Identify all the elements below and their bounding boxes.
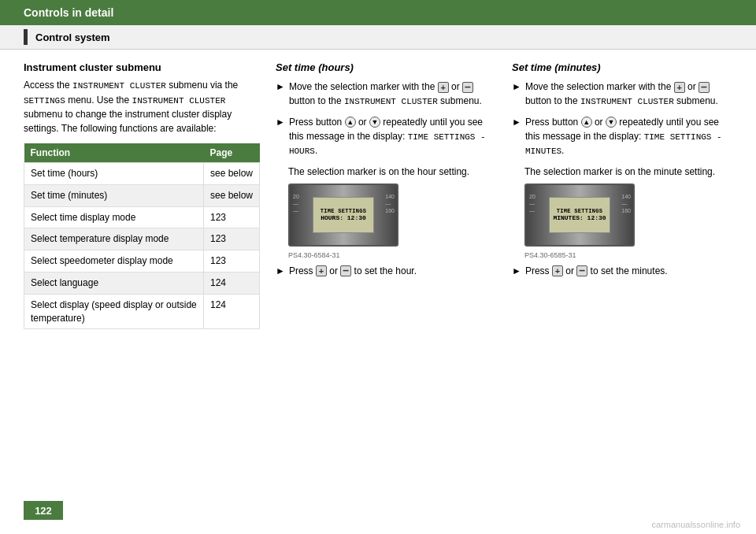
header-title: Controls in detail (24, 6, 113, 19)
far-bullet-arrow-2: ► (512, 115, 521, 158)
mid-bullet1-text: Move the selection marker with the + or … (289, 80, 496, 109)
table-cell-page: 123 (203, 228, 259, 250)
far-plus-icon: + (674, 82, 685, 93)
set-time-hours-heading: Set time (hours) (276, 61, 496, 73)
mid-display-label: TIME SETTINGS (321, 208, 367, 214)
table-row: Select language124 (24, 272, 260, 294)
bullet-arrow-1: ► (276, 80, 285, 109)
far-display: 20—— TIME SETTINGS MINUTES: 12:30 140—16… (524, 184, 635, 247)
far-bullet3-text: Press + or – to set the minutes. (525, 264, 668, 278)
table-row: Select temperature display mode123 (24, 228, 260, 250)
section-heading: Instrument cluster submenu (24, 61, 260, 73)
mid-display-value: HOURS: 12:30 (321, 214, 366, 221)
plus2-icon: + (316, 265, 327, 276)
right-area: Set time (hours) ► Move the selection ma… (276, 61, 732, 329)
bullet-arrow-2: ► (276, 115, 285, 158)
down-arrow-icon: ▼ (369, 117, 380, 128)
table-row: Select display (speed display or outside… (24, 294, 260, 329)
far-down-arrow-icon: ▼ (606, 117, 617, 128)
functions-table: Function Page Set time (hours)see belowS… (24, 143, 260, 329)
table-row: Set time (minutes)see below (24, 184, 260, 206)
header-bar: Controls in detail (0, 0, 756, 25)
mid-display: 20—— TIME SETTINGS HOURS: 12:30 140—160 (288, 184, 398, 247)
watermark: carmanualssonline.info (651, 520, 740, 529)
bullet-arrow-3: ► (276, 264, 285, 278)
far-bullet2-text: Press button ▲ or ▼ repeatedly until you… (525, 115, 732, 158)
up-arrow-icon: ▲ (345, 117, 356, 128)
table-cell-function: Select language (24, 272, 204, 294)
table-col-function: Function (24, 143, 204, 163)
mid-column: Set time (hours) ► Move the selection ma… (276, 61, 496, 329)
minus2-icon: – (340, 265, 351, 276)
far-minus-icon: – (699, 82, 710, 93)
table-cell-page: 124 (203, 294, 259, 329)
table-row: Select time display mode123 (24, 206, 260, 228)
intro-text: Access the INSTRUMENT CLUSTER submenu vi… (24, 78, 260, 135)
far-bullet-arrow-1: ► (512, 80, 521, 109)
mid-bullet2-text: Press button ▲ or ▼ repeatedly until you… (289, 115, 496, 158)
far-display-caption: PS4.30-6585-31 (524, 251, 732, 259)
far-up-arrow-icon: ▲ (581, 117, 592, 128)
far-display-value: MINUTES: 12:30 (553, 214, 606, 221)
table-cell-page: 123 (203, 250, 259, 273)
minus-icon: – (462, 82, 473, 93)
table-cell-function: Select speedometer display mode (24, 250, 204, 273)
table-col-page: Page (203, 143, 259, 163)
mid-bullet3: ► Press + or – to set the hour. (276, 264, 496, 278)
mid-bullet2: ► Press button ▲ or ▼ repeatedly until y… (276, 115, 496, 158)
far-minus2-icon: – (576, 265, 587, 276)
table-cell-page: 124 (203, 272, 259, 294)
set-time-minutes-heading: Set time (minutes) (512, 61, 732, 73)
page-number: 122 (24, 501, 63, 520)
table-cell-page: see below (203, 184, 259, 206)
far-bullet1-text: Move the selection marker with the + or … (525, 80, 732, 109)
far-column: Set time (minutes) ► Move the selection … (512, 61, 732, 329)
mid-note: The selection marker is on the hour sett… (288, 165, 496, 179)
table-row: Select speedometer display mode123 (24, 250, 260, 273)
far-bullet-arrow-3: ► (512, 264, 521, 278)
subheader-title: Control system (35, 32, 110, 43)
far-bullet1: ► Move the selection marker with the + o… (512, 80, 732, 109)
far-note: The selection marker is on the minute se… (524, 165, 732, 179)
table-cell-function: Select time display mode (24, 206, 204, 228)
far-bullet3: ► Press + or – to set the minutes. (512, 264, 732, 278)
subheader-accent (24, 29, 28, 45)
mid-display-caption: PS4.30-6584-31 (288, 251, 496, 259)
left-column: Instrument cluster submenu Access the IN… (24, 61, 260, 329)
subheader-row: Control system (0, 25, 756, 50)
table-cell-page: see below (203, 163, 259, 185)
far-bullet2: ► Press button ▲ or ▼ repeatedly until y… (512, 115, 732, 158)
table-row: Set time (hours)see below (24, 163, 260, 185)
mid-bullet1: ► Move the selection marker with the + o… (276, 80, 496, 109)
mid-bullet3-text: Press + or – to set the hour. (289, 264, 417, 278)
plus-icon: + (438, 82, 449, 93)
table-cell-page: 123 (203, 206, 259, 228)
table-cell-function: Select display (speed display or outside… (24, 294, 204, 329)
far-display-label: TIME SETTINGS (557, 208, 603, 214)
table-cell-function: Select temperature display mode (24, 228, 204, 250)
table-cell-function: Set time (minutes) (24, 184, 204, 206)
table-cell-function: Set time (hours) (24, 163, 204, 185)
far-plus2-icon: + (552, 265, 563, 276)
